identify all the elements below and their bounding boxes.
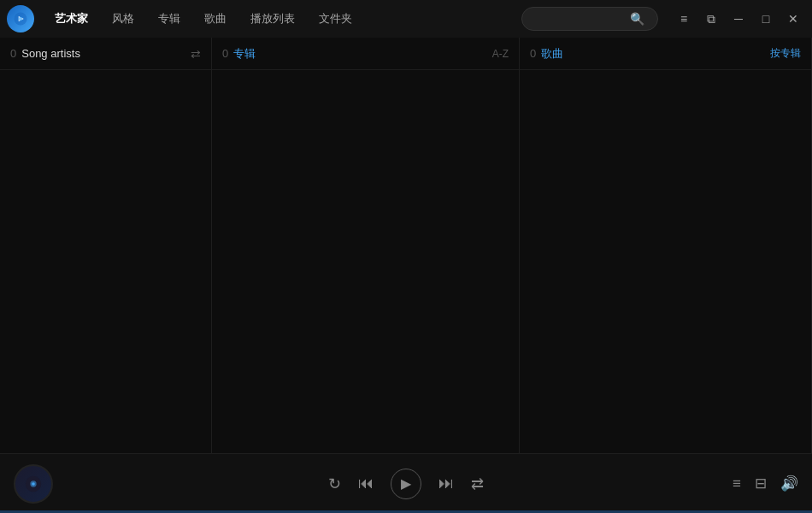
- volume-button[interactable]: 🔊: [780, 475, 798, 492]
- artists-header-left: 0 Song artists: [10, 47, 80, 60]
- albums-panel: 0 专辑 A-Z: [212, 38, 520, 453]
- titlebar: 艺术家 风格 专辑 歌曲 播放列表 文件夹 🔍 ≡ ⧉ ─ □ ✕: [0, 0, 812, 38]
- copy-button[interactable]: ⧉: [699, 7, 723, 31]
- nav-tab-folders[interactable]: 文件夹: [309, 6, 362, 32]
- songs-count: 0: [530, 47, 536, 60]
- albums-panel-body: [212, 70, 519, 453]
- artists-panel-body: [0, 70, 211, 453]
- player-artwork: [14, 464, 53, 504]
- search-input[interactable]: [531, 13, 625, 25]
- window-controls: ≡ ⧉ ─ □ ✕: [672, 7, 805, 31]
- artists-count: 0: [10, 47, 16, 60]
- albums-header-left: 0 专辑: [222, 46, 256, 62]
- albums-sort-label[interactable]: A-Z: [492, 48, 509, 60]
- svg-point-4: [32, 482, 35, 486]
- prev-button[interactable]: ⏮: [358, 475, 374, 492]
- songs-panel: 0 歌曲 按专辑: [520, 38, 812, 453]
- songs-header-left: 0 歌曲: [530, 46, 563, 62]
- by-album-button[interactable]: 按专辑: [770, 46, 801, 61]
- minimize-button[interactable]: ─: [727, 7, 750, 31]
- close-button[interactable]: ✕: [781, 7, 805, 31]
- nav-tab-playlists[interactable]: 播放列表: [240, 6, 305, 32]
- artists-title: Song artists: [21, 47, 80, 60]
- artists-shuffle-icon[interactable]: ⇄: [191, 47, 201, 61]
- nav-tabs: 艺术家 风格 专辑 歌曲 播放列表 文件夹: [44, 6, 521, 32]
- albums-title: 专辑: [233, 46, 256, 62]
- maximize-button[interactable]: □: [754, 7, 778, 31]
- queue-button[interactable]: ≡: [733, 475, 741, 492]
- albums-panel-header: 0 专辑 A-Z: [212, 38, 519, 70]
- nav-tab-artists[interactable]: 艺术家: [44, 6, 98, 32]
- albums-count: 0: [222, 47, 228, 60]
- player-controls: ↻ ⏮ ▶ ⏭ ⇄: [328, 469, 484, 499]
- artists-panel-header: 0 Song artists ⇄: [0, 38, 211, 70]
- main-content: 0 Song artists ⇄ 0 专辑 A-Z 0 歌曲 按专辑: [0, 38, 812, 453]
- search-icon[interactable]: 🔍: [625, 7, 649, 31]
- player-right-controls: ≡ ⊟ 🔊: [733, 475, 798, 492]
- play-button[interactable]: ▶: [391, 469, 421, 499]
- songs-title: 歌曲: [541, 46, 563, 62]
- app-logo: [7, 5, 34, 32]
- songs-panel-header: 0 歌曲 按专辑: [520, 38, 811, 70]
- search-bar[interactable]: 🔍: [521, 7, 658, 31]
- shuffle-button[interactable]: ⇄: [471, 475, 484, 493]
- next-button[interactable]: ⏭: [438, 475, 454, 492]
- songs-panel-body: [520, 70, 811, 453]
- repeat-button[interactable]: ↻: [328, 475, 341, 493]
- player-bar: ↻ ⏮ ▶ ⏭ ⇄ ≡ ⊟ 🔊: [0, 453, 812, 513]
- equalizer-button[interactable]: ⊟: [755, 475, 767, 492]
- nav-tab-genres[interactable]: 风格: [102, 6, 144, 32]
- nav-tab-albums[interactable]: 专辑: [148, 6, 191, 32]
- menu-button[interactable]: ≡: [672, 7, 696, 31]
- artists-panel: 0 Song artists ⇄: [0, 38, 212, 453]
- svg-point-1: [19, 17, 23, 21]
- nav-tab-songs[interactable]: 歌曲: [194, 6, 237, 32]
